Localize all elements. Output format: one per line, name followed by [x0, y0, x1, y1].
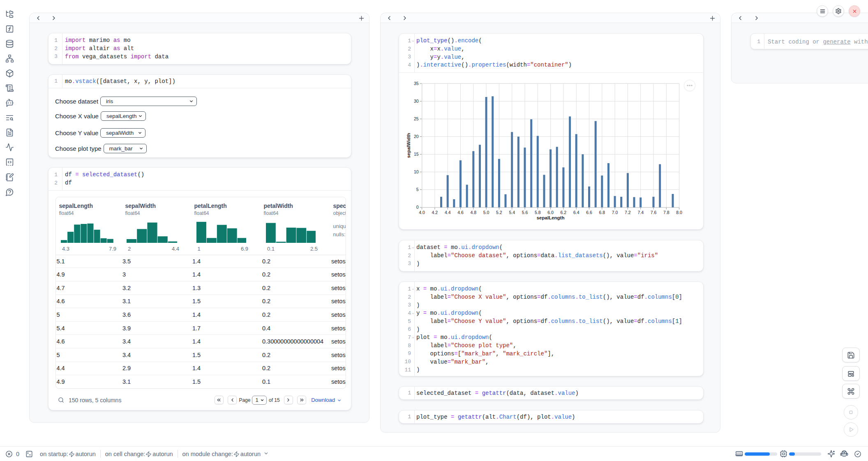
svg-text:4.0: 4.0: [419, 210, 425, 215]
svg-text:6.0: 6.0: [547, 210, 554, 215]
svg-text:5: 5: [416, 187, 419, 192]
svg-text:7.2: 7.2: [625, 210, 631, 215]
svg-text:0: 0: [416, 205, 419, 210]
svg-text:5.0: 5.0: [483, 210, 489, 215]
svg-text:15: 15: [414, 152, 419, 157]
svg-text:7.0: 7.0: [612, 210, 618, 215]
svg-text:4.4: 4.4: [445, 210, 451, 215]
svg-text:7.4: 7.4: [637, 210, 644, 215]
svg-text:6.4: 6.4: [573, 210, 579, 215]
svg-text:7.8: 7.8: [663, 210, 669, 215]
svg-text:6.6: 6.6: [586, 210, 592, 215]
svg-text:sepalWidth: sepalWidth: [406, 133, 411, 158]
svg-text:7.6: 7.6: [651, 210, 657, 215]
svg-text:6.8: 6.8: [599, 210, 605, 215]
svg-text:5.4: 5.4: [509, 210, 515, 215]
svg-text:4.6: 4.6: [457, 210, 464, 215]
svg-text:10: 10: [414, 169, 419, 174]
svg-text:4.2: 4.2: [432, 210, 438, 215]
svg-text:30: 30: [414, 99, 419, 104]
svg-text:5.8: 5.8: [535, 210, 541, 215]
svg-text:5.2: 5.2: [496, 210, 502, 215]
svg-text:25: 25: [414, 116, 419, 121]
svg-text:20: 20: [414, 134, 419, 139]
svg-text:35: 35: [414, 81, 419, 86]
svg-text:sepalLength: sepalLength: [537, 215, 565, 220]
svg-text:6.2: 6.2: [561, 210, 567, 215]
svg-text:5.6: 5.6: [522, 210, 528, 215]
svg-text:8.0: 8.0: [676, 210, 682, 215]
svg-text:4.8: 4.8: [470, 210, 476, 215]
